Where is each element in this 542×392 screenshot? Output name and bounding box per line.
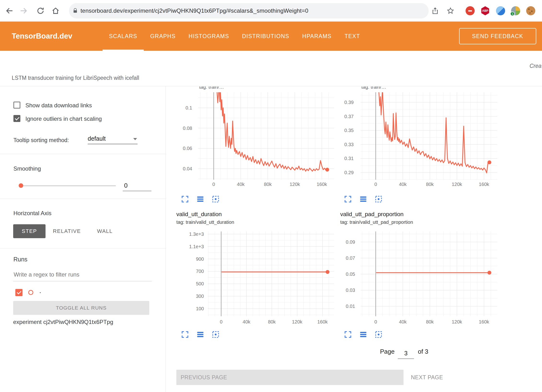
show-download-links-label: Show data download links [25, 102, 92, 109]
y-axis-tick-label: 0.05 [346, 271, 355, 277]
axis-relative-button[interactable]: RELATIVE [51, 224, 82, 238]
extension-cookie-icon[interactable] [526, 6, 535, 15]
x-axis-labels: 040k80k120k160k [361, 319, 497, 326]
fit-domain-icon[interactable] [211, 330, 220, 339]
x-axis-tick-label: 160k [317, 182, 327, 187]
show-download-links-checkbox[interactable] [13, 102, 20, 109]
run-checkbox[interactable] [15, 289, 23, 296]
tab-hparams[interactable]: HPARAMS [296, 22, 338, 51]
expand-chart-icon[interactable] [180, 330, 190, 339]
scalar-chart-plot[interactable] [198, 92, 334, 180]
x-axis-tick-label: 40k [399, 182, 407, 187]
smoothing-slider-track[interactable] [21, 185, 116, 186]
extension-abp-icon[interactable]: ABP [481, 6, 490, 15]
run-selector-icon[interactable] [359, 195, 368, 204]
run-selector-icon[interactable] [196, 195, 205, 204]
y-axis-tick-label: 0.33 [344, 142, 354, 147]
run-name: . [39, 287, 41, 295]
chart-title: valid_utt_pad_proportion [340, 211, 404, 218]
runs-filter-input[interactable] [13, 268, 152, 281]
smoothing-label: Smoothing [13, 165, 41, 172]
tab-scalars[interactable]: SCALARS [103, 22, 144, 51]
page-number-input[interactable] [398, 348, 414, 359]
chart-action-row [180, 330, 220, 339]
run-selector-icon[interactable] [359, 330, 368, 339]
y-axis-tick-label: 0.37 [344, 114, 354, 119]
expand-chart-icon[interactable] [343, 195, 352, 204]
x-axis-tick-label: 40k [237, 182, 245, 187]
next-page-button[interactable]: NEXT PAGE [411, 373, 443, 381]
divider [0, 199, 166, 199]
x-axis-tick-label: 160k [317, 319, 328, 325]
profile-avatar[interactable]: 1 [511, 6, 520, 15]
x-axis-tick-label: 160k [479, 319, 489, 325]
expand-chart-icon[interactable] [180, 195, 190, 204]
experiment-subtitle: LSTM transducer training for LibriSpeech… [12, 75, 139, 81]
clipped-chart-tag: tag: train/… [361, 86, 496, 90]
smoothing-value-input[interactable] [123, 180, 151, 191]
page-count-label: of 3 [418, 348, 428, 355]
x-axis-tick-label: 0 [374, 182, 377, 187]
axis-wall-button[interactable]: WALL [93, 224, 116, 238]
tab-histograms[interactable]: HISTOGRAMS [182, 22, 236, 51]
chevron-down-icon [133, 138, 137, 140]
bookmark-star-icon[interactable] [446, 6, 455, 15]
browser-back-icon[interactable] [5, 6, 14, 16]
x-axis-tick-label: 120k [452, 182, 462, 187]
y-axis-labels: 1003005007009001.1e+31.3e+3 [179, 231, 204, 316]
x-axis-tick-label: 120k [292, 319, 302, 325]
run-selector-icon[interactable] [196, 330, 205, 339]
tooltip-sorting-value: default [88, 135, 106, 142]
extension-adblock-icon[interactable] [466, 6, 475, 15]
experiment-info-strip: Crea LSTM transducer training for LibriS… [0, 51, 542, 86]
axis-step-button[interactable]: STEP [13, 224, 46, 238]
chart-tag: tag: train/valid_utt_duration [176, 219, 234, 225]
scalar-chart-plot[interactable] [208, 231, 334, 316]
browser-reload-icon[interactable] [36, 6, 45, 16]
scalar-chart-plot[interactable] [361, 92, 497, 180]
tab-text[interactable]: TEXT [338, 22, 367, 51]
experiment-id-label: experiment cj2vtPiwQHKN9Q1tx6PTpg [13, 319, 113, 325]
y-axis-tick-label: 0.1 [185, 105, 192, 111]
smoothing-slider-thumb[interactable] [19, 183, 23, 188]
tooltip-sorting-dropdown[interactable]: default [88, 133, 138, 144]
y-axis-tick-label: 700 [196, 268, 204, 274]
tab-distributions[interactable]: DISTRIBUTIONS [236, 22, 296, 51]
y-axis-tick-label: 0.31 [344, 156, 354, 161]
y-axis-tick-label: 0.08 [183, 125, 192, 131]
browser-forward-icon[interactable] [19, 6, 28, 16]
extension-blue-icon[interactable] [496, 6, 505, 15]
y-axis-tick-label: 1.3e+3 [189, 231, 204, 237]
scalar-chart-plot[interactable] [361, 231, 497, 316]
toggle-all-runs-button[interactable]: TOGGLE ALL RUNS [13, 301, 149, 315]
x-axis-tick-label: 80k [264, 182, 271, 187]
settings-sidebar: Show data download links Ignore outliers… [0, 86, 166, 392]
truncated-note: Crea [530, 63, 542, 69]
main-nav: SCALARS GRAPHS HISTOGRAMS DISTRIBUTIONS … [103, 22, 367, 51]
y-axis-tick-label: 0.04 [183, 166, 192, 172]
browser-home-icon[interactable] [51, 6, 60, 16]
fit-domain-icon[interactable] [211, 195, 220, 204]
x-axis-labels: 040k80k120k160k [208, 319, 334, 326]
app-logo[interactable]: TensorBoard.dev [12, 22, 72, 51]
page: tensorboard.dev/experiment/cj2vtPiwQHKN9… [0, 0, 542, 392]
expand-chart-icon[interactable] [343, 330, 352, 339]
chart-action-row [180, 195, 220, 204]
y-axis-tick-label: 0.06 [183, 145, 192, 151]
lock-icon [72, 8, 78, 14]
x-axis-tick-label: 0 [212, 182, 215, 187]
send-feedback-button[interactable]: SEND FEEDBACK [459, 28, 536, 44]
y-axis-tick-label: 0.09 [346, 239, 355, 245]
runs-label: Runs [13, 256, 27, 263]
previous-page-button[interactable]: PREVIOUS PAGE [176, 370, 404, 385]
ignore-outliers-checkbox[interactable] [13, 115, 20, 122]
y-axis-tick-label: 300 [196, 293, 204, 299]
fit-domain-icon[interactable] [374, 330, 383, 339]
tab-graphs[interactable]: GRAPHS [144, 22, 182, 51]
avatar-badge: 1 [510, 12, 515, 16]
share-icon[interactable] [431, 6, 439, 15]
clipped-chart-tag: tag: train/… [199, 86, 333, 90]
fit-domain-icon[interactable] [374, 195, 383, 204]
url-bar[interactable]: tensorboard.dev/experiment/cj2vtPiwQHKN9… [69, 3, 429, 18]
x-axis-tick-label: 0 [220, 319, 222, 325]
